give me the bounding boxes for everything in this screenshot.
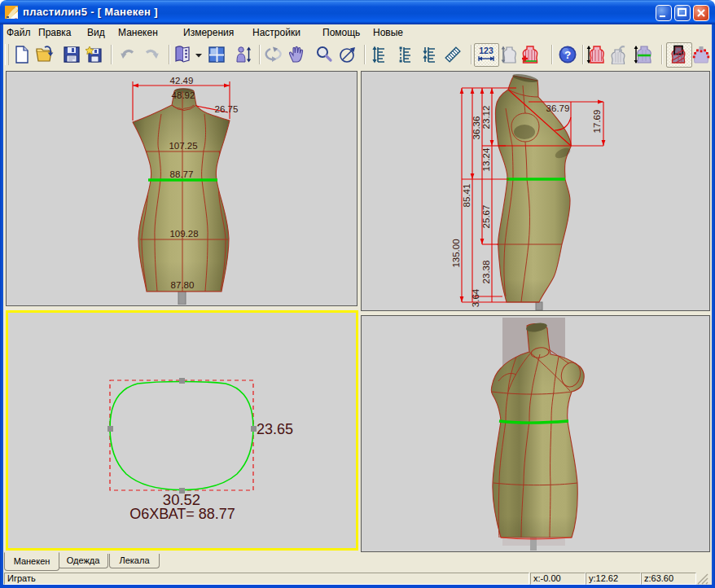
svg-text:26.75: 26.75 <box>215 104 239 114</box>
svg-text:135.00: 135.00 <box>451 239 461 267</box>
svg-text:23.65: 23.65 <box>257 421 293 437</box>
svg-text:36.36: 36.36 <box>472 116 481 140</box>
svg-text:87.80: 87.80 <box>171 280 195 290</box>
svg-text:107.25: 107.25 <box>169 141 197 151</box>
svg-text:42.49: 42.49 <box>170 76 194 86</box>
svg-text:25.67: 25.67 <box>481 205 491 229</box>
svg-text:23.12: 23.12 <box>481 106 491 129</box>
svg-text:13.24: 13.24 <box>481 147 491 171</box>
svg-text:3.64: 3.64 <box>471 288 480 307</box>
svg-text:36.79: 36.79 <box>546 103 570 113</box>
svg-text:88.77: 88.77 <box>170 169 194 179</box>
svg-text:23.38: 23.38 <box>481 261 491 284</box>
svg-text:?: ? <box>564 49 571 61</box>
svg-text:123: 123 <box>479 46 493 55</box>
svg-text:О6ХВАТ= 88.77: О6ХВАТ= 88.77 <box>129 506 235 522</box>
svg-text:109.28: 109.28 <box>169 229 198 239</box>
svg-text:17.69: 17.69 <box>592 110 602 134</box>
svg-text:48.92: 48.92 <box>172 90 195 100</box>
svg-text:85.41: 85.41 <box>462 184 472 208</box>
